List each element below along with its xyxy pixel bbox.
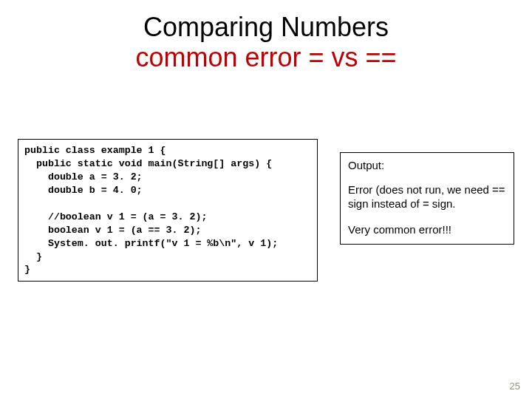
code-listing: public class example 1 { public static v… bbox=[24, 144, 311, 276]
output-error-text: Error (does not run, we need == sign ins… bbox=[348, 183, 506, 211]
output-emphasis-text: Very common error!!! bbox=[348, 223, 506, 237]
page-number: 25 bbox=[510, 381, 520, 392]
title-line-1: Comparing Numbers bbox=[0, 12, 532, 42]
output-label: Output: bbox=[348, 159, 506, 171]
code-box: public class example 1 { public static v… bbox=[18, 139, 318, 282]
output-box: Output: Error (does not run, we need == … bbox=[340, 152, 514, 245]
title-line-2: common error = vs == bbox=[0, 42, 532, 72]
slide-title: Comparing Numbers common error = vs == bbox=[0, 12, 532, 73]
